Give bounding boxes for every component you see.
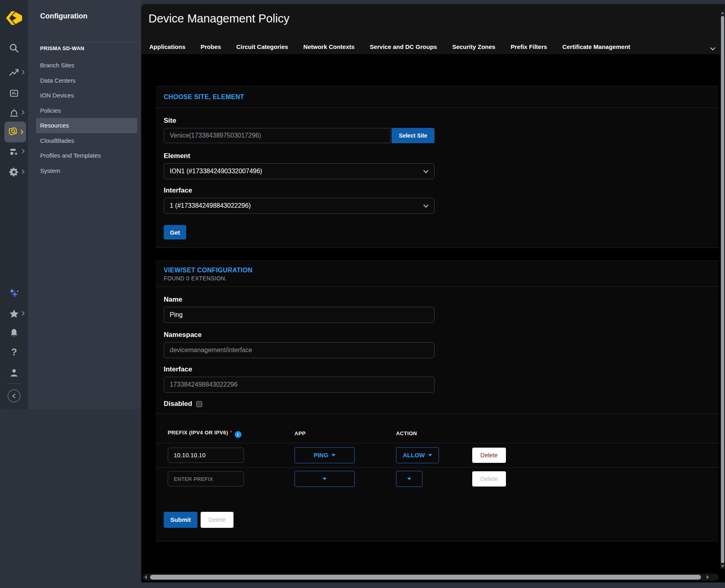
dropdown-caret-icon [428, 454, 432, 456]
horizontal-scrollbar-thumb[interactable] [150, 575, 701, 580]
settings-gear-icon[interactable] [0, 166, 28, 178]
tab-certificate-management[interactable]: Certificate Management [563, 43, 630, 50]
ai-copilot-sparkles-icon[interactable] [0, 287, 28, 300]
table-divider [156, 443, 722, 443]
configuration-tools-icon [8, 127, 18, 139]
user-profile-icon[interactable] [0, 367, 28, 379]
namespace-label: Namespace [164, 331, 710, 339]
app-dropdown-row2[interactable] [294, 471, 355, 487]
select-site-button[interactable]: Select Site [392, 128, 435, 143]
app-dropdown-row1[interactable]: PING [294, 447, 355, 463]
sidebar-item-resources[interactable]: Resources [36, 118, 137, 133]
tab-security-zones[interactable]: Security Zones [452, 43, 496, 50]
chevron-right-icon [22, 69, 25, 76]
interface-label: Interface [164, 187, 710, 195]
vertical-scrollbar-thumb[interactable] [721, 16, 724, 563]
namespace-input[interactable] [164, 342, 435, 358]
site-input[interactable] [164, 128, 391, 143]
action-dropdown-row2[interactable] [396, 471, 422, 487]
main-header: Device Management Policy Applications Pr… [141, 4, 725, 54]
delete-row2-button-disabled[interactable]: Delete [472, 471, 506, 487]
reports-icon[interactable] [0, 88, 28, 99]
interface-select-value: 1 (#1733842498843022296) [170, 202, 251, 209]
help-icon[interactable]: ? [0, 347, 28, 358]
left-panel: ? Configuration PRISMA SD-WAN Branch Sit… [0, 0, 140, 409]
name-label: Name [164, 296, 710, 304]
interface-select[interactable]: 1 (#1733842498843022296) [164, 198, 435, 214]
page-title: Device Management Policy [148, 12, 289, 25]
rail-divider [7, 383, 21, 384]
table-divider [156, 467, 722, 468]
get-button[interactable]: Get [164, 225, 186, 239]
tab-network-contexts[interactable]: Network Contexts [303, 43, 355, 50]
sidebar-item-profiles-templates[interactable]: Profiles and Templates [28, 148, 140, 163]
section-divider [156, 414, 718, 414]
submit-button[interactable]: Submit [164, 512, 197, 528]
sidebar-item-system[interactable]: System [28, 163, 140, 178]
collapse-panel-button[interactable] [0, 389, 28, 402]
chevron-right-icon [22, 148, 25, 155]
found-extension-text: FOUND 0 EXTENSION. [164, 275, 710, 282]
prefix-input-row1[interactable] [168, 448, 244, 463]
workflows-icon[interactable] [0, 146, 28, 157]
name-input[interactable] [164, 307, 435, 323]
scroll-up-arrow-icon[interactable] [721, 12, 724, 14]
scroll-left-arrow-icon[interactable] [144, 575, 147, 579]
sidebar-item-branch-sites[interactable]: Branch Sites [28, 58, 140, 73]
chevron-right-icon [22, 109, 25, 116]
chevron-right-icon [22, 310, 25, 317]
configuration-sidebar: Configuration PRISMA SD-WAN Branch Sites… [28, 0, 140, 409]
dropdown-caret-icon [323, 478, 327, 480]
tab-overflow-chevron-down-icon[interactable] [711, 44, 715, 51]
interface-id-input[interactable] [164, 377, 435, 393]
tab-prefix-filters[interactable]: Prefix Filters [511, 43, 547, 50]
choose-site-card: CHOOSE SITE, ELEMENT Site Select Site El… [156, 86, 718, 248]
table-row: Delete [168, 471, 710, 487]
prefix-input-row2[interactable] [168, 471, 244, 487]
sidebar-item-data-centers[interactable]: Data Centers [28, 73, 140, 88]
rail-item-configuration-selected[interactable] [4, 122, 26, 142]
site-label: Site [164, 117, 710, 125]
sidebar-item-cloudblades[interactable]: CloudBlades [28, 133, 140, 148]
tab-circuit-categories[interactable]: Circuit Categories [236, 43, 288, 50]
chevron-down-icon [423, 168, 429, 173]
sidebar-item-policies[interactable]: Policies [28, 103, 140, 118]
dropdown-caret-icon [407, 478, 411, 480]
incidents-alarm-icon[interactable] [0, 107, 28, 118]
tab-probes[interactable]: Probes [201, 43, 221, 50]
chevron-left-icon [12, 393, 16, 399]
search-icon[interactable] [0, 43, 28, 54]
tab-applications[interactable]: Applications [149, 43, 185, 50]
section-divider [156, 286, 718, 287]
scroll-down-arrow-icon[interactable] [721, 565, 724, 568]
action-column-header: ACTION [396, 430, 472, 436]
required-asterisk: * [230, 429, 232, 436]
dropdown-caret-icon [331, 454, 335, 456]
sidebar-items: Branch Sites Data Centers ION Devices Po… [28, 58, 140, 178]
prisma-logo-glyph [6, 10, 22, 26]
favorites-star-icon[interactable] [0, 308, 28, 319]
vertical-scrollbar[interactable] [720, 10, 725, 569]
chevron-right-icon [22, 168, 25, 176]
monitor-icon[interactable] [0, 67, 28, 78]
chevron-right-icon [20, 129, 24, 136]
info-icon[interactable]: i [235, 431, 242, 438]
element-select-value: ION1 (#1733842490332007496) [170, 168, 262, 175]
delete-config-button-disabled[interactable]: Delete [201, 512, 234, 528]
choose-site-heading: CHOOSE SITE, ELEMENT [164, 87, 710, 101]
table-row: PING ALLOW Delete [168, 447, 710, 463]
disabled-checkbox[interactable] [196, 401, 202, 407]
action-dropdown-row1[interactable]: ALLOW [396, 447, 439, 463]
tab-service-dc-groups[interactable]: Service and DC Groups [370, 43, 437, 50]
prisma-logo-icon[interactable] [0, 10, 28, 26]
element-label: Element [164, 152, 710, 160]
horizontal-scrollbar[interactable] [142, 574, 719, 581]
notifications-bell-icon[interactable] [0, 327, 28, 339]
main-content: Device Management Policy Applications Pr… [141, 4, 725, 582]
scroll-right-arrow-icon[interactable] [707, 575, 709, 579]
tab-bar: Applications Probes Circuit Categories N… [149, 43, 630, 50]
icon-rail: ? [0, 0, 28, 409]
sidebar-item-ion-devices[interactable]: ION Devices [28, 88, 140, 103]
element-select[interactable]: ION1 (#1733842490332007496) [164, 163, 435, 179]
delete-row1-button[interactable]: Delete [472, 448, 506, 463]
